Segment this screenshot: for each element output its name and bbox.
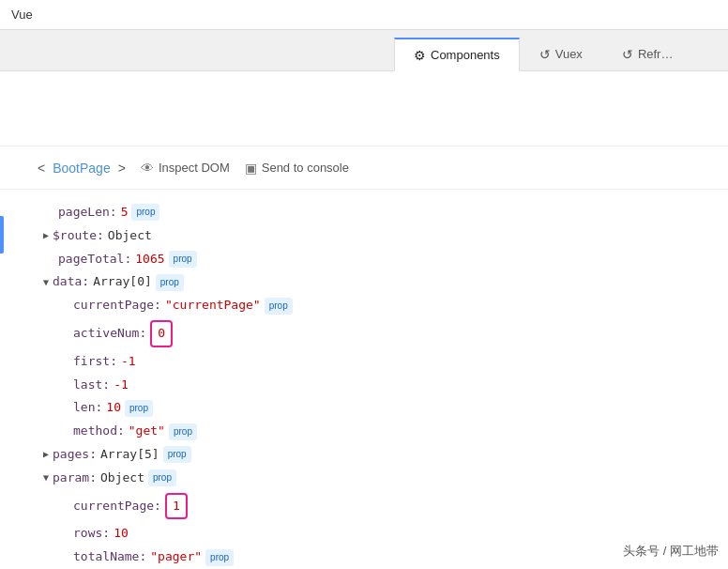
data-value: "currentPage" [165, 296, 261, 315]
prop-badge: prop [148, 469, 176, 486]
left-accent [0, 216, 4, 254]
prop-badge: prop [131, 204, 159, 221]
prop-badge: prop [163, 446, 191, 463]
expand-arrow[interactable]: ▶ [43, 228, 49, 243]
expand-arrow[interactable]: ▶ [43, 447, 49, 462]
top-bar: Vue [0, 0, 728, 30]
tab-refresh[interactable]: ↺ Refr… [602, 37, 693, 70]
send-to-console-button[interactable]: ▣ Send to console [245, 161, 349, 176]
data-value: Array[5] [100, 445, 159, 465]
expand-arrow[interactable]: ▼ [43, 470, 49, 485]
data-key: totalName: [73, 547, 146, 567]
prop-badge: prop [156, 274, 184, 291]
data-key: pageTotal: [58, 250, 131, 269]
data-key: method: [73, 422, 125, 441]
breadcrumb-suffix: > [118, 161, 126, 176]
data-row: ▼data:Array[0]prop [28, 270, 728, 294]
data-value: Array[0] [93, 272, 152, 292]
data-value: Object [100, 469, 144, 488]
data-value: 10 [106, 398, 121, 418]
data-row: pageLen:5prop [28, 201, 728, 224]
tab-vuex[interactable]: ↺ Vuex [520, 37, 602, 70]
tab-vuex-label: Vuex [555, 47, 583, 61]
data-row: len:10prop [28, 396, 728, 420]
data-value: -1 [121, 352, 136, 372]
data-key: param: [53, 469, 97, 488]
data-row: currentPage:"currentPage"prop [28, 294, 728, 317]
watermark: 头条号 / 网工地带 [623, 543, 719, 560]
console-icon: ▣ [245, 161, 257, 176]
data-row: ▼param:Objectprop [28, 467, 728, 490]
vuex-icon: ↺ [539, 47, 551, 62]
refresh-icon: ↺ [622, 47, 633, 62]
data-key: len: [73, 398, 102, 418]
data-row: ▶$route:Object [28, 224, 728, 248]
data-value: Object [108, 226, 152, 246]
data-row: ▶pages:Array[5]prop [28, 443, 728, 467]
tab-components[interactable]: ⚙ Components [394, 38, 520, 71]
app-title: Vue [11, 8, 33, 22]
prop-badge: prop [125, 400, 153, 417]
data-key: currentPage: [73, 497, 161, 516]
data-row: currentPage: 1 [28, 490, 728, 523]
main-content: pageLen:5prop▶$route:ObjectpageTotal:106… [0, 190, 728, 569]
breadcrumb-bar: < BootPage > 👁 Inspect DOM ▣ Send to con… [0, 146, 728, 190]
prop-badge: prop [205, 549, 234, 566]
highlight-value: 1 [165, 493, 188, 520]
data-row: method:"get"prop [28, 420, 728, 443]
prop-badge: prop [169, 423, 197, 440]
data-key: last: [73, 376, 110, 395]
components-icon: ⚙ [414, 48, 426, 63]
data-key: first: [73, 352, 117, 372]
breadcrumb-prefix: < [38, 161, 45, 176]
prop-badge: prop [169, 251, 197, 268]
tab-bar: ⚙ Components ↺ Vuex ↺ Refr… [0, 30, 728, 71]
data-key: pages: [53, 445, 97, 465]
data-key: activeNum: [73, 324, 146, 344]
data-row: activeNum: 0 [28, 317, 728, 350]
tab-components-label: Components [431, 48, 500, 62]
data-value: "pager" [150, 547, 202, 567]
prop-badge: prop [265, 298, 293, 315]
data-row: last:-1 [28, 374, 728, 397]
spacer-area [0, 71, 728, 146]
data-value: 1065 [135, 250, 164, 269]
data-value: 5 [121, 203, 129, 223]
data-key: pageLen: [58, 203, 117, 223]
data-key: $route: [53, 226, 104, 246]
inspect-dom-label: Inspect DOM [159, 161, 230, 175]
tab-refresh-label: Refr… [638, 47, 674, 61]
highlight-value: 0 [150, 320, 173, 347]
data-row: first:-1 [28, 350, 728, 374]
breadcrumb-component[interactable]: BootPage [53, 161, 111, 176]
inspect-dom-button[interactable]: 👁 Inspect DOM [141, 161, 230, 176]
data-value: "get" [129, 422, 165, 441]
eye-icon: 👁 [141, 161, 154, 176]
send-to-console-label: Send to console [262, 161, 349, 175]
data-value: -1 [114, 376, 129, 395]
expand-arrow[interactable]: ▼ [43, 275, 49, 290]
data-key: currentPage: [73, 296, 161, 315]
data-row: pageTotal:1065prop [28, 248, 728, 271]
data-key: data: [53, 272, 89, 292]
data-key: rows: [73, 524, 110, 544]
data-value: 10 [114, 524, 129, 544]
